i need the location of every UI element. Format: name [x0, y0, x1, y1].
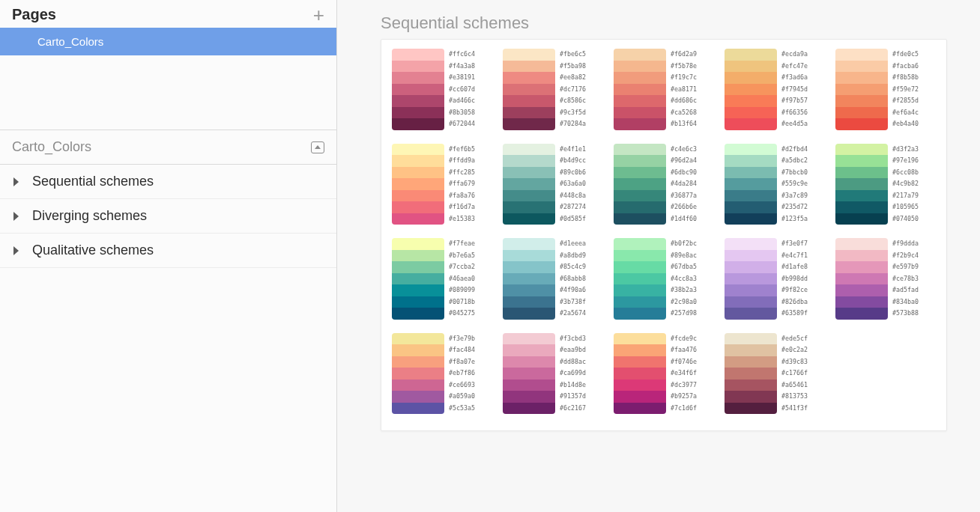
hex-label: #7bbcb0 [781, 167, 808, 179]
hex-label: #5c53a5 [449, 403, 475, 415]
hex-label: #2c98a0 [671, 296, 697, 308]
artboard[interactable]: #ffc6c4#f4a3a8#e38191#cc607d#ad466c#8b30… [381, 39, 947, 431]
hex-label: #f3e79b [449, 333, 475, 345]
layer-item-qualitative[interactable]: Qualitative schemes [0, 234, 336, 268]
layer-item-sequential[interactable]: Sequential schemes [0, 165, 336, 199]
hex-label: #287274 [560, 201, 586, 213]
color-scheme[interactable]: #f3e79b#fac484#f8a07e#eb7f86#ce6693#a059… [392, 333, 492, 415]
hex-label: #dc3977 [671, 380, 697, 391]
hex-label: #cc607d [449, 84, 475, 96]
hex-label: #ffc6c4 [449, 49, 475, 61]
color-scheme[interactable]: #f3e0f7#e4c7f1#d1afe8#b998dd#9f82ce#826d… [725, 238, 825, 320]
swatch [725, 61, 777, 73]
color-scheme[interactable]: #d1eeea#a8dbd9#85c4c9#68abb8#4f90a6#3b73… [503, 238, 603, 320]
swatch-column [503, 238, 555, 320]
color-scheme[interactable]: #e4f1e1#b4d9cc#89c0b6#63a6a0#448c8a#2872… [503, 144, 603, 225]
hex-label: #8b3058 [449, 107, 475, 119]
swatch [835, 273, 888, 285]
hex-label: #eb4a40 [892, 118, 919, 130]
canvas[interactable]: Sequential schemes #ffc6c4#f4a3a8#e38191… [337, 0, 980, 512]
color-scheme[interactable]: #ffc6c4#f4a3a8#e38191#cc607d#ad466c#8b30… [392, 49, 492, 130]
page-item-selected[interactable]: Carto_Colors [0, 28, 336, 55]
swatch [725, 380, 777, 391]
hex-label: #b0f2bc [671, 238, 697, 250]
hex-label: #257d98 [671, 308, 697, 320]
color-scheme[interactable]: #fde0c5#facba6#f8b58b#f59e72#f2855d#ef6a… [835, 49, 936, 130]
color-scheme[interactable]: #b0f2bc#89e8ac#67dba5#4cc8a3#38b2a3#2c98… [614, 238, 714, 320]
swatch [392, 72, 444, 84]
section-title: Sequential schemes [381, 13, 980, 33]
swatch-column [614, 49, 666, 130]
swatch [614, 155, 666, 167]
layer-item-diverging[interactable]: Diverging schemes [0, 199, 336, 234]
swatch [503, 368, 555, 380]
swatch [614, 61, 666, 73]
hex-column: #f3e0f7#e4c7f1#d1afe8#b998dd#9f82ce#826d… [777, 238, 808, 320]
swatch [503, 296, 555, 308]
color-scheme[interactable]: #f9ddda#f2b9c4#e597b9#ce78b3#ad5fad#834b… [835, 238, 936, 320]
swatch [725, 284, 777, 296]
swatch [503, 72, 555, 84]
swatch [392, 118, 444, 130]
swatch-column [835, 49, 888, 130]
color-scheme[interactable]: #fbe6c5#f5ba98#ee8a82#dc7176#c8586c#9c3f… [503, 49, 603, 130]
swatch [614, 356, 666, 368]
hex-label: #ee4d5a [781, 118, 808, 130]
hex-label: #96d2a4 [671, 155, 697, 167]
hex-label: #4da284 [671, 178, 697, 190]
swatch [725, 190, 777, 202]
color-scheme[interactable]: #fef6b5#ffdd9a#ffc285#ffa679#fa8a76#f16d… [392, 144, 492, 225]
swatch [392, 238, 444, 250]
color-scheme[interactable]: #d2fbd4#a5dbc2#7bbcb0#559c9e#3a7c89#235d… [725, 144, 825, 225]
hex-label: #f7945d [781, 84, 808, 96]
swatch [503, 155, 555, 167]
color-scheme[interactable]: #ecda9a#efc47e#f3ad6a#f7945d#f97b57#f663… [725, 49, 825, 130]
hex-label: #d39c83 [781, 356, 808, 368]
swatch [835, 95, 888, 107]
color-scheme[interactable]: #d3f2a3#97e196#6cc08b#4c9b82#217a79#1059… [835, 144, 936, 225]
swatch [614, 49, 666, 61]
hex-label: #63a6a0 [560, 178, 586, 190]
swatch [503, 190, 555, 202]
hex-label: #2a5674 [560, 308, 586, 320]
swatch [392, 273, 444, 285]
color-scheme[interactable]: #f3cbd3#eaa9bd#dd88ac#ca699d#b14d8e#9135… [503, 333, 603, 415]
hex-label: #b4d9cc [560, 155, 586, 167]
color-scheme[interactable]: #f7feae#b7e6a5#7ccba2#46aea0#089099#0071… [392, 238, 492, 320]
hex-label: #6cc08b [892, 167, 919, 179]
swatch [503, 84, 555, 96]
hex-label: #f66356 [781, 107, 808, 119]
hex-label: #826dba [781, 296, 808, 308]
swatch-column [725, 238, 777, 320]
swatch [725, 238, 777, 250]
swatch [614, 107, 666, 119]
hex-label: #ede5cf [781, 333, 808, 345]
color-scheme[interactable]: #c4e6c3#96d2a4#6dbc90#4da284#36877a#266b… [614, 144, 714, 225]
color-scheme[interactable]: #ede5cf#e0c2a2#d39c83#c1766f#a65461#8137… [725, 333, 825, 415]
hex-label: #f6d2a9 [671, 49, 697, 61]
hex-label: #f3ad6a [781, 72, 808, 84]
swatch-column [614, 144, 666, 225]
color-scheme[interactable]: #fcde9c#faa476#f0746e#e34f6f#dc3977#b925… [614, 333, 714, 415]
hex-label: #f4a3a8 [449, 61, 475, 73]
hex-column: #d1eeea#a8dbd9#85c4c9#68abb8#4f90a6#3b73… [555, 238, 586, 320]
hex-label: #559c9e [781, 178, 808, 190]
swatch [503, 356, 555, 368]
hex-label: #7ccba2 [449, 261, 475, 273]
swatch [392, 368, 444, 380]
hex-label: #68abb8 [560, 273, 586, 285]
swatch [725, 261, 777, 273]
swatch [614, 273, 666, 285]
swatch [503, 344, 555, 356]
hex-label: #f5ba98 [560, 61, 586, 73]
hex-label: #36877a [671, 190, 697, 202]
color-scheme[interactable]: #f6d2a9#f5b78e#f19c7c#ea8171#dd686c#ca52… [614, 49, 714, 130]
swatch [503, 308, 555, 320]
add-page-icon[interactable]: + [313, 7, 324, 22]
hex-label: #e15383 [449, 213, 475, 225]
hex-label: #045275 [449, 308, 475, 320]
hex-label: #ffa679 [449, 178, 475, 190]
hex-column: #f3e79b#fac484#f8a07e#eb7f86#ce6693#a059… [444, 333, 475, 415]
collapse-panel-icon[interactable] [311, 141, 324, 153]
hex-label: #e34f6f [671, 368, 697, 380]
